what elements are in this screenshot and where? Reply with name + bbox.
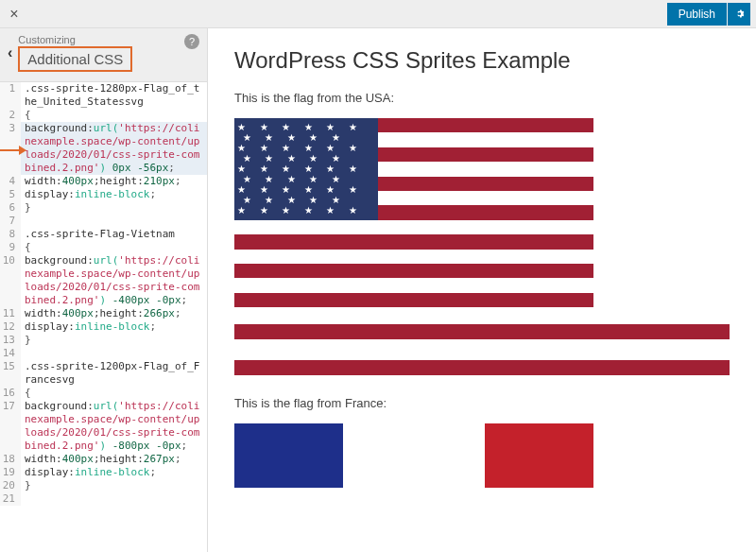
- line-number: 20: [0, 479, 21, 492]
- help-icon[interactable]: ?: [184, 34, 199, 49]
- page-title: WordPress CSS Sprites Example: [234, 47, 730, 74]
- line-content[interactable]: .css-sprite-Flag-Vietnam: [21, 228, 207, 241]
- flag-usa-sprite: ★ ★ ★ ★ ★ ★ ★ ★ ★ ★ ★ ★ ★ ★ ★ ★ ★ ★ ★ ★ …: [234, 118, 593, 307]
- line-content[interactable]: {: [21, 387, 207, 400]
- gear-icon: [733, 8, 746, 20]
- code-line[interactable]: 9{: [0, 241, 207, 254]
- france-white: [343, 423, 485, 488]
- stripe: [234, 360, 730, 375]
- code-line[interactable]: 21: [0, 492, 207, 506]
- line-content[interactable]: }: [21, 479, 207, 492]
- code-line[interactable]: 1.css-sprite-1280px-Flag_of_the_United_S…: [0, 82, 207, 109]
- publish-button[interactable]: Publish: [667, 3, 727, 26]
- code-line[interactable]: 18width:400px;height:267px;: [0, 453, 207, 466]
- code-line[interactable]: 7: [0, 215, 207, 228]
- code-line[interactable]: 19display:inline-block;: [0, 466, 207, 479]
- line-number: 17: [0, 400, 21, 453]
- line-number: 19: [0, 466, 21, 479]
- line-content[interactable]: }: [21, 334, 207, 347]
- france-blue: [234, 423, 343, 488]
- line-number: 8: [0, 228, 21, 241]
- line-number: 2: [0, 109, 21, 122]
- code-line[interactable]: 6}: [0, 201, 207, 215]
- code-line[interactable]: 16{: [0, 387, 207, 400]
- site-preview: WordPress CSS Sprites Example This is th…: [208, 28, 756, 552]
- line-number: 11: [0, 307, 21, 320]
- line-number: 4: [0, 175, 21, 188]
- code-line[interactable]: 4width:400px;height:210px;: [0, 175, 207, 188]
- code-line[interactable]: 11width:400px;height:266px;: [0, 307, 207, 320]
- line-number: 7: [0, 215, 21, 228]
- code-line[interactable]: 8.css-sprite-Flag-Vietnam: [0, 228, 207, 241]
- line-content[interactable]: width:400px;height:267px;: [21, 453, 207, 466]
- line-number: 16: [0, 387, 21, 400]
- css-editor[interactable]: 1.css-sprite-1280px-Flag_of_the_United_S…: [0, 81, 207, 552]
- annotation-arrow-icon: [0, 144, 26, 157]
- line-number: 1: [0, 82, 21, 109]
- line-number: 18: [0, 453, 21, 466]
- line-content[interactable]: width:400px;height:210px;: [21, 175, 207, 188]
- usa-caption: This is the flag from the USA:: [234, 91, 730, 105]
- line-content[interactable]: {: [21, 109, 207, 122]
- code-line[interactable]: 3background:url('https://colinexample.sp…: [0, 122, 207, 175]
- customizing-label: Customizing: [18, 34, 199, 45]
- code-line[interactable]: 15.css-sprite-1200px-Flag_of_Francesvg: [0, 360, 207, 387]
- stripe: [234, 324, 730, 339]
- line-number: 9: [0, 241, 21, 254]
- back-chevron-icon[interactable]: ‹: [8, 44, 12, 61]
- line-content[interactable]: width:400px;height:266px;: [21, 307, 207, 320]
- code-line[interactable]: 14: [0, 347, 207, 360]
- line-content[interactable]: [21, 347, 207, 360]
- line-number: 12: [0, 320, 21, 334]
- code-line[interactable]: 13}: [0, 334, 207, 347]
- line-content[interactable]: [21, 215, 207, 228]
- code-line[interactable]: 5display:inline-block;: [0, 188, 207, 201]
- line-number: 5: [0, 188, 21, 201]
- extra-stripes: [234, 324, 730, 375]
- france-red: [485, 423, 593, 488]
- code-line[interactable]: 10background:url('https://colinexample.s…: [0, 254, 207, 307]
- france-caption: This is the flag from France:: [234, 396, 730, 410]
- line-content[interactable]: }: [21, 201, 207, 215]
- usa-canton: ★ ★ ★ ★ ★ ★ ★ ★ ★ ★ ★ ★ ★ ★ ★ ★ ★ ★ ★ ★ …: [234, 118, 378, 220]
- line-content[interactable]: display:inline-block;: [21, 466, 207, 479]
- section-title: Additional CSS: [18, 46, 132, 72]
- line-content[interactable]: display:inline-block;: [21, 188, 207, 201]
- code-line[interactable]: 2{: [0, 109, 207, 122]
- code-line[interactable]: 17background:url('https://colinexample.s…: [0, 400, 207, 453]
- line-number: 10: [0, 254, 21, 307]
- line-content[interactable]: [21, 492, 207, 506]
- svg-marker-1: [19, 146, 26, 155]
- line-content[interactable]: .css-sprite-1280px-Flag_of_the_United_St…: [21, 82, 207, 109]
- line-content[interactable]: display:inline-block;: [21, 320, 207, 334]
- line-number: 13: [0, 334, 21, 347]
- flag-france-sprite: [234, 423, 593, 488]
- publish-settings-button[interactable]: [728, 3, 750, 26]
- customizer-sidebar: ‹ Customizing Additional CSS ? 1.css-spr…: [0, 28, 208, 552]
- code-line[interactable]: 12display:inline-block;: [0, 320, 207, 334]
- line-content[interactable]: background:url('https://colinexample.spa…: [21, 254, 207, 307]
- line-content[interactable]: background:url('https://colinexample.spa…: [21, 400, 207, 453]
- line-content[interactable]: background:url('https://colinexample.spa…: [21, 122, 207, 175]
- line-number: 21: [0, 492, 21, 506]
- code-line[interactable]: 20}: [0, 479, 207, 492]
- line-content[interactable]: .css-sprite-1200px-Flag_of_Francesvg: [21, 360, 207, 387]
- line-number: 15: [0, 360, 21, 387]
- line-number: 6: [0, 201, 21, 215]
- close-customizer[interactable]: ×: [0, 6, 28, 23]
- line-content[interactable]: {: [21, 241, 207, 254]
- line-number: 14: [0, 347, 21, 360]
